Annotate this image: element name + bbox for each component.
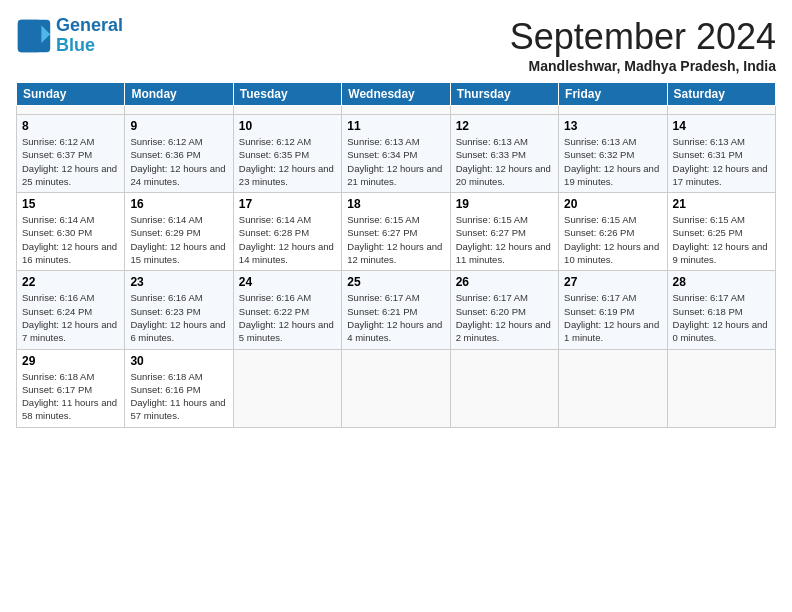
sunrise: Sunrise: 6:13 AM: [456, 136, 528, 147]
day-number: 25: [347, 275, 444, 289]
calendar-day-cell: 16 Sunrise: 6:14 AM Sunset: 6:29 PM Dayl…: [125, 193, 233, 271]
sunrise: Sunrise: 6:15 AM: [673, 214, 745, 225]
calendar-empty-cell: [17, 106, 125, 115]
calendar-day-cell: 29 Sunrise: 6:18 AM Sunset: 6:17 PM Dayl…: [17, 349, 125, 427]
calendar-day-cell: 22 Sunrise: 6:16 AM Sunset: 6:24 PM Dayl…: [17, 271, 125, 349]
calendar-day-cell: 18 Sunrise: 6:15 AM Sunset: 6:27 PM Dayl…: [342, 193, 450, 271]
day-info: Sunrise: 6:12 AM Sunset: 6:35 PM Dayligh…: [239, 135, 336, 188]
daylight: Daylight: 12 hours and 15 minutes.: [130, 241, 225, 265]
sunrise: Sunrise: 6:17 AM: [347, 292, 419, 303]
sunset: Sunset: 6:20 PM: [456, 306, 526, 317]
sunset: Sunset: 6:24 PM: [22, 306, 92, 317]
day-info: Sunrise: 6:18 AM Sunset: 6:17 PM Dayligh…: [22, 370, 119, 423]
sunrise: Sunrise: 6:12 AM: [130, 136, 202, 147]
daylight: Daylight: 11 hours and 57 minutes.: [130, 397, 225, 421]
daylight: Daylight: 12 hours and 2 minutes.: [456, 319, 551, 343]
calendar-day-cell: 27 Sunrise: 6:17 AM Sunset: 6:19 PM Dayl…: [559, 271, 667, 349]
calendar-empty-cell: [450, 349, 558, 427]
sunrise: Sunrise: 6:13 AM: [347, 136, 419, 147]
weekday-header-cell: Wednesday: [342, 83, 450, 106]
day-info: Sunrise: 6:16 AM Sunset: 6:23 PM Dayligh…: [130, 291, 227, 344]
month-title: September 2024: [510, 16, 776, 58]
daylight: Daylight: 12 hours and 6 minutes.: [130, 319, 225, 343]
sunset: Sunset: 6:27 PM: [456, 227, 526, 238]
calendar-day-cell: 13 Sunrise: 6:13 AM Sunset: 6:32 PM Dayl…: [559, 115, 667, 193]
day-info: Sunrise: 6:12 AM Sunset: 6:36 PM Dayligh…: [130, 135, 227, 188]
sunrise: Sunrise: 6:14 AM: [239, 214, 311, 225]
sunrise: Sunrise: 6:16 AM: [239, 292, 311, 303]
sunset: Sunset: 6:22 PM: [239, 306, 309, 317]
day-number: 21: [673, 197, 770, 211]
calendar-empty-cell: [559, 106, 667, 115]
day-info: Sunrise: 6:17 AM Sunset: 6:19 PM Dayligh…: [564, 291, 661, 344]
calendar-empty-cell: [342, 106, 450, 115]
weekday-header-cell: Monday: [125, 83, 233, 106]
sunrise: Sunrise: 6:16 AM: [130, 292, 202, 303]
day-number: 22: [22, 275, 119, 289]
daylight: Daylight: 12 hours and 14 minutes.: [239, 241, 334, 265]
calendar-day-cell: 14 Sunrise: 6:13 AM Sunset: 6:31 PM Dayl…: [667, 115, 775, 193]
calendar-day-cell: 19 Sunrise: 6:15 AM Sunset: 6:27 PM Dayl…: [450, 193, 558, 271]
day-number: 13: [564, 119, 661, 133]
day-number: 9: [130, 119, 227, 133]
day-info: Sunrise: 6:13 AM Sunset: 6:33 PM Dayligh…: [456, 135, 553, 188]
sunset: Sunset: 6:30 PM: [22, 227, 92, 238]
daylight: Daylight: 12 hours and 1 minute.: [564, 319, 659, 343]
calendar-day-cell: 28 Sunrise: 6:17 AM Sunset: 6:18 PM Dayl…: [667, 271, 775, 349]
calendar-empty-cell: [667, 349, 775, 427]
logo-text: General Blue: [56, 16, 123, 56]
day-info: Sunrise: 6:16 AM Sunset: 6:22 PM Dayligh…: [239, 291, 336, 344]
day-number: 10: [239, 119, 336, 133]
daylight: Daylight: 12 hours and 12 minutes.: [347, 241, 442, 265]
calendar-week-row: 15 Sunrise: 6:14 AM Sunset: 6:30 PM Dayl…: [17, 193, 776, 271]
daylight: Daylight: 12 hours and 23 minutes.: [239, 163, 334, 187]
day-number: 24: [239, 275, 336, 289]
location: Mandleshwar, Madhya Pradesh, India: [510, 58, 776, 74]
sunset: Sunset: 6:33 PM: [456, 149, 526, 160]
day-info: Sunrise: 6:18 AM Sunset: 6:16 PM Dayligh…: [130, 370, 227, 423]
page-header: General Blue September 2024 Mandleshwar,…: [16, 16, 776, 74]
calendar-week-row: 29 Sunrise: 6:18 AM Sunset: 6:17 PM Dayl…: [17, 349, 776, 427]
sunrise: Sunrise: 6:14 AM: [130, 214, 202, 225]
sunrise: Sunrise: 6:17 AM: [673, 292, 745, 303]
sunset: Sunset: 6:31 PM: [673, 149, 743, 160]
calendar-day-cell: 25 Sunrise: 6:17 AM Sunset: 6:21 PM Dayl…: [342, 271, 450, 349]
sunset: Sunset: 6:35 PM: [239, 149, 309, 160]
day-info: Sunrise: 6:12 AM Sunset: 6:37 PM Dayligh…: [22, 135, 119, 188]
sunrise: Sunrise: 6:13 AM: [673, 136, 745, 147]
daylight: Daylight: 12 hours and 11 minutes.: [456, 241, 551, 265]
daylight: Daylight: 12 hours and 24 minutes.: [130, 163, 225, 187]
daylight: Daylight: 12 hours and 5 minutes.: [239, 319, 334, 343]
calendar-day-cell: 24 Sunrise: 6:16 AM Sunset: 6:22 PM Dayl…: [233, 271, 341, 349]
day-number: 19: [456, 197, 553, 211]
weekday-header-cell: Thursday: [450, 83, 558, 106]
day-number: 8: [22, 119, 119, 133]
sunset: Sunset: 6:36 PM: [130, 149, 200, 160]
day-number: 16: [130, 197, 227, 211]
daylight: Daylight: 12 hours and 17 minutes.: [673, 163, 768, 187]
daylight: Daylight: 12 hours and 16 minutes.: [22, 241, 117, 265]
calendar-day-cell: 11 Sunrise: 6:13 AM Sunset: 6:34 PM Dayl…: [342, 115, 450, 193]
calendar-day-cell: 12 Sunrise: 6:13 AM Sunset: 6:33 PM Dayl…: [450, 115, 558, 193]
calendar-header-row: SundayMondayTuesdayWednesdayThursdayFrid…: [17, 83, 776, 106]
day-info: Sunrise: 6:13 AM Sunset: 6:32 PM Dayligh…: [564, 135, 661, 188]
sunrise: Sunrise: 6:13 AM: [564, 136, 636, 147]
day-info: Sunrise: 6:17 AM Sunset: 6:20 PM Dayligh…: [456, 291, 553, 344]
daylight: Daylight: 12 hours and 21 minutes.: [347, 163, 442, 187]
calendar-empty-cell: [342, 349, 450, 427]
calendar-empty-cell: [125, 106, 233, 115]
day-number: 18: [347, 197, 444, 211]
daylight: Daylight: 11 hours and 58 minutes.: [22, 397, 117, 421]
day-number: 17: [239, 197, 336, 211]
daylight: Daylight: 12 hours and 0 minutes.: [673, 319, 768, 343]
day-number: 12: [456, 119, 553, 133]
calendar-week-row: 22 Sunrise: 6:16 AM Sunset: 6:24 PM Dayl…: [17, 271, 776, 349]
sunrise: Sunrise: 6:15 AM: [456, 214, 528, 225]
sunset: Sunset: 6:18 PM: [673, 306, 743, 317]
sunrise: Sunrise: 6:12 AM: [22, 136, 94, 147]
sunset: Sunset: 6:28 PM: [239, 227, 309, 238]
calendar-day-cell: 21 Sunrise: 6:15 AM Sunset: 6:25 PM Dayl…: [667, 193, 775, 271]
calendar-week-row: [17, 106, 776, 115]
sunrise: Sunrise: 6:18 AM: [130, 371, 202, 382]
calendar-empty-cell: [450, 106, 558, 115]
